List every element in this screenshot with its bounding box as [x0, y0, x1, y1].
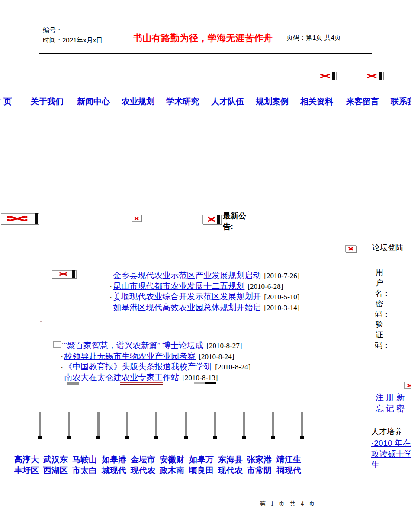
register-new-user-link[interactable]: 注册新	[376, 392, 407, 403]
news-link[interactable]: 校领导赴无锡市生物农业产业园考察	[64, 352, 196, 361]
placeholder-bar	[185, 412, 187, 436]
placeholder-bar	[97, 412, 100, 436]
nav-link-home[interactable]: 首 页	[0, 96, 12, 107]
placeholder-bar	[243, 412, 245, 436]
doc-time-label: 时间：2021年x月x日	[43, 35, 127, 45]
news-date: [2010-3-14]	[264, 304, 299, 312]
document-page: 编号： 时间：2021年x月x日 书山有路勤为径，学海无涯苦作舟 页码：第1页 …	[0, 0, 411, 532]
news-link[interactable]: 姜堰现代农业综合开发示范区发展规划开	[113, 292, 261, 301]
document-header-table: 编号： 时间：2021年x月x日 书山有路勤为径，学海无涯苦作舟 页码：第1页 …	[39, 22, 372, 54]
bullet: ·	[109, 292, 112, 301]
news-item: ·昆山市现代都市农业发展十二五规划[2010-6-28]	[109, 282, 283, 291]
partner-link[interactable]: 金坛市	[131, 454, 155, 465]
placeholder-bar	[214, 412, 216, 436]
broken-image-icon	[132, 215, 141, 222]
header-page-cell: 页码：第1页 共4页	[282, 22, 376, 53]
latest-notice-title: 最新公告:	[223, 211, 251, 232]
talent-link-line[interactable]: 生	[371, 459, 379, 471]
partner-link[interactable]: 城现代	[102, 465, 126, 476]
news-date: [2010-8-27]	[206, 342, 242, 350]
nav-link-guestbook[interactable]: 来客留言	[346, 96, 379, 107]
placeholder-bar	[39, 412, 41, 436]
broken-checkbox-icon	[53, 341, 61, 348]
placeholder-bar	[126, 412, 128, 436]
talent-training-title: 人才培养	[371, 426, 402, 437]
nav-link-academic-research[interactable]: 学术研究	[166, 96, 199, 107]
partner-link[interactable]: 靖江生	[276, 454, 301, 465]
partner-link[interactable]: 如皋港	[102, 454, 126, 465]
partner-link[interactable]: 张家港	[247, 454, 272, 465]
doc-number-label: 编号：	[43, 25, 127, 35]
nav-link-agri-planning[interactable]: 农业规划	[122, 96, 154, 107]
nav-link-talent-team[interactable]: 人才队伍	[211, 96, 244, 107]
doc-page-label: 页码：第1页 共4页	[286, 34, 341, 42]
partner-link[interactable]: 市常阴	[247, 465, 272, 476]
nav-link-planning-cases[interactable]: 规划案例	[256, 96, 289, 107]
broken-image-icon	[202, 215, 222, 224]
partner-link[interactable]: 丰圩区	[14, 465, 39, 476]
placeholder-bar	[155, 412, 157, 436]
news-item: ·《中国教育报》头版头条报道我校产学研[2010-8-24]	[61, 362, 250, 372]
header-meta-cell: 编号： 时间：2021年x月x日	[39, 22, 127, 53]
news-link[interactable]: 南农大在太仓建农业专家工作站	[64, 373, 179, 382]
placeholder-bar	[301, 412, 303, 436]
placeholder-bar	[272, 412, 274, 436]
nav-link-related-materials[interactable]: 相关资料	[300, 96, 333, 107]
partner-link[interactable]: 高淳大	[14, 454, 39, 465]
doc-slogan: 书山有路勤为径，学海无涯苦作舟	[133, 32, 273, 44]
forum-login-title: 论坛登陆	[372, 242, 403, 253]
nav-link-news-center[interactable]: 新闻中心	[77, 96, 110, 107]
nav-link-about[interactable]: 关于我们	[31, 96, 64, 107]
news-link[interactable]: 《中国教育报》头版头条报道我校产学研	[64, 362, 212, 371]
partner-link[interactable]: 顷良田	[189, 465, 214, 476]
news-item: ·南农大在太仓建农业专家工作站[2010-8-13]	[61, 373, 218, 382]
news-link[interactable]: 昆山市现代都市农业发展十二五规划	[113, 282, 244, 291]
broken-image-icon	[362, 72, 383, 80]
bullet: ·	[109, 303, 112, 312]
news-item: ·校领导赴无锡市生物农业产业园考察[2010-8-24]	[61, 352, 234, 361]
partner-link[interactable]: 现代农	[131, 465, 155, 476]
page-artifact-dot	[40, 321, 42, 322]
rule-fragment	[67, 382, 79, 385]
bullet: ·	[109, 271, 112, 280]
broken-image-icon	[408, 72, 411, 80]
news-date: [2010-6-28]	[247, 282, 283, 291]
broken-image-icon	[345, 245, 356, 252]
broken-image-icon	[404, 382, 411, 389]
bullet: ·	[109, 282, 112, 291]
partner-link[interactable]: 安徽财	[160, 454, 184, 465]
bullet: ·	[61, 373, 63, 382]
forgot-password-link[interactable]: 忘记密	[376, 403, 407, 414]
partner-link[interactable]: 现代农	[218, 465, 243, 476]
news-date: [2010-8-24]	[199, 353, 234, 361]
partner-link[interactable]: 市太白	[72, 465, 97, 476]
partner-link[interactable]: 如皋万	[189, 454, 214, 465]
news-date: [2010-7-26]	[264, 272, 299, 280]
partner-link[interactable]: 东海县	[218, 454, 243, 465]
footer-page-number: 第 1 页 共 4 页	[260, 500, 317, 508]
news-date: [2010-8-24]	[215, 363, 250, 371]
talent-link-line[interactable]: ·2010 年在	[371, 438, 411, 449]
news-link[interactable]: “聚百家智慧，谱兴农新篇” 博士论坛成	[64, 341, 203, 350]
broken-banner-image-icon	[1, 213, 39, 224]
placeholder-bar	[68, 412, 70, 436]
forum-login-field-labels: 用户名：密码：验证码：	[375, 267, 384, 350]
bullet: ·	[61, 362, 63, 371]
news-date: [2010-5-10]	[264, 293, 299, 301]
news-link[interactable]: 金乡县现代农业示范区产业发展规划启动	[113, 271, 261, 280]
talent-link-line[interactable]: 攻读硕士学	[371, 449, 411, 460]
partner-link[interactable]: 政木南	[160, 465, 184, 476]
partner-link[interactable]: 武汉东	[43, 454, 68, 465]
news-link[interactable]: 如皋港区现代高效农业园总体规划开始启	[113, 303, 261, 312]
broken-image-icon	[52, 270, 77, 278]
bullet: ·	[61, 341, 63, 350]
broken-image-icon	[315, 72, 337, 80]
bullet: ·	[61, 352, 63, 361]
header-slogan-cell: 书山有路勤为径，学海无涯苦作舟	[124, 22, 282, 53]
rule-fragment	[120, 382, 163, 385]
news-item: ·金乡县现代农业示范区产业发展规划启动[2010-7-26]	[109, 271, 299, 280]
partner-link[interactable]: 西湖区	[43, 465, 68, 476]
partner-link[interactable]: 马鞍山	[72, 454, 97, 465]
nav-link-contact[interactable]: 联系我	[391, 96, 411, 107]
partner-link[interactable]: 祠现代	[276, 465, 301, 476]
